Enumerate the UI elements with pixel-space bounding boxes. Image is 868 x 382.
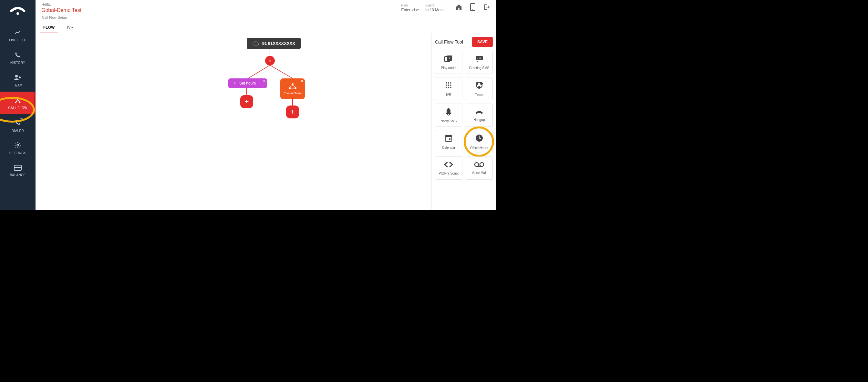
svg-point-41	[475, 163, 478, 167]
choose-team-label: Choose Team	[283, 92, 301, 95]
svg-point-13	[289, 87, 290, 89]
nav-live-feed[interactable]: LIVE FEED	[0, 24, 35, 46]
flow-icon	[14, 97, 21, 104]
svg-point-42	[480, 163, 484, 167]
logout-icon[interactable]	[483, 4, 490, 12]
number-node[interactable]: 91 91XXXXXXXX	[247, 38, 301, 49]
svg-point-32	[480, 82, 483, 85]
svg-point-20	[480, 58, 481, 59]
svg-rect-37	[446, 135, 447, 136]
nav-team[interactable]: TEAM	[0, 69, 35, 92]
save-button[interactable]: SAVE	[472, 37, 493, 47]
nav-label: DIALER	[11, 129, 24, 133]
nav-history[interactable]: HISTORY	[0, 46, 35, 69]
svg-point-25	[448, 84, 449, 86]
flow-line	[270, 46, 270, 57]
trend-icon	[14, 29, 21, 36]
tools-panel: Call Flow Tool SAVE Play Audio Greeting …	[431, 33, 496, 210]
main: Hello, Gobal-Demo Test Plan Enterprise E…	[35, 0, 496, 210]
tool-office-hours[interactable]: Office Hours	[466, 130, 493, 153]
voicemail-icon	[474, 162, 485, 168]
plan-label: Plan	[401, 4, 419, 7]
tools-grid: Play Audio Greeting SMS IVR Team	[435, 51, 493, 180]
svg-point-21	[445, 82, 447, 83]
nav-label: BALANCE	[10, 173, 26, 177]
tool-calendar[interactable]: Calendar	[435, 130, 462, 153]
tool-label: Greeting SMS	[469, 66, 489, 70]
tab-flow[interactable]: FLOW	[42, 23, 56, 33]
expire-value: In 10 Mont…	[425, 8, 447, 12]
svg-rect-7	[14, 167, 21, 168]
nav-dialer[interactable]: SIP DIALER	[0, 114, 35, 137]
clock-icon	[475, 134, 484, 144]
svg-point-2	[17, 97, 19, 98]
svg-point-28	[448, 87, 449, 88]
set-hours-node[interactable]: Set hours ✕	[228, 78, 267, 88]
topbar: Hello, Gobal-Demo Test Plan Enterprise E…	[35, 0, 496, 15]
home-icon[interactable]	[455, 4, 462, 12]
tool-piopiy-script[interactable]: PIOPIY Script	[435, 157, 462, 180]
close-icon[interactable]: ✕	[301, 79, 304, 83]
sub-title: Call Flow Setup	[42, 15, 490, 20]
gear-icon	[14, 142, 21, 149]
svg-point-12	[291, 83, 293, 85]
panel-header: Call Flow Tool SAVE	[435, 37, 493, 47]
dialpad-icon	[445, 81, 453, 90]
svg-point-0	[17, 12, 19, 15]
add-node-button[interactable]: +	[286, 105, 299, 118]
app-frame: LIVE FEED HISTORY TEAM CALL FLOW SIP DIA…	[0, 0, 496, 210]
svg-point-27	[445, 87, 447, 88]
svg-rect-34	[448, 108, 449, 109]
sms-icon	[475, 55, 484, 64]
set-hours-label: Set hours	[239, 81, 256, 85]
nav-settings[interactable]: SETTINGS	[0, 137, 35, 160]
flow-line	[246, 88, 247, 96]
tool-play-audio[interactable]: Play Audio	[435, 51, 462, 74]
choose-team-node[interactable]: ✕ Choose Team	[280, 78, 305, 99]
nav-balance[interactable]: BALANCE	[0, 160, 35, 182]
brand-name: Gobal-Demo Test	[41, 7, 82, 13]
svg-point-4	[20, 102, 21, 103]
branch-icon	[233, 81, 237, 85]
tool-label: Hangup	[473, 118, 485, 121]
nav-call-flow[interactable]: CALL FLOW	[0, 92, 35, 114]
tool-label: Calendar	[442, 146, 455, 149]
svg-rect-39	[449, 138, 451, 140]
tool-voicemail[interactable]: Voice Mail	[466, 157, 493, 180]
svg-point-19	[478, 58, 479, 59]
greeting-block: Hello, Gobal-Demo Test	[41, 2, 82, 13]
svg-point-26	[450, 84, 452, 86]
mobile-icon[interactable]	[470, 3, 475, 12]
tool-ivr[interactable]: IVR	[435, 77, 462, 100]
plus-icon: +	[245, 98, 249, 105]
add-node-button[interactable]: +	[240, 95, 253, 108]
tool-greeting-sms[interactable]: Greeting SMS	[466, 51, 493, 74]
close-icon[interactable]: ✕	[263, 79, 266, 83]
app-logo-icon	[10, 6, 26, 18]
svg-point-22	[448, 82, 449, 83]
dialer-icon: SIP	[14, 119, 21, 127]
plan-block: Plan Enterprise Expire In 10 Mont…	[401, 4, 447, 12]
tab-ivr[interactable]: IVR	[66, 23, 74, 33]
tabs: FLOW IVR	[42, 23, 490, 33]
tool-label: Notify SMS	[440, 119, 457, 123]
tool-notify-sms[interactable]: Notify SMS	[435, 104, 462, 127]
tool-team[interactable]: Team	[466, 77, 493, 100]
svg-point-18	[477, 58, 478, 59]
svg-point-33	[478, 86, 480, 89]
team-icon	[13, 74, 22, 81]
tool-hangup[interactable]: Hangup	[466, 104, 493, 127]
team-circle-icon	[475, 81, 484, 90]
cloud-icon	[252, 41, 259, 46]
nav-label: LIVE FEED	[9, 38, 27, 42]
svg-point-1	[15, 75, 18, 77]
team-network-icon	[288, 82, 298, 90]
hello-text: Hello,	[41, 2, 82, 7]
canvas[interactable]: 91 91XXXXXXXX Set hours ✕ ✕	[35, 33, 431, 210]
phone-icon	[14, 51, 21, 59]
tool-label: Office Hours	[470, 146, 488, 150]
svg-line-10	[247, 65, 270, 79]
tool-label: Voice Mail	[472, 171, 487, 175]
svg-point-23	[450, 82, 452, 83]
card-icon	[14, 165, 22, 171]
